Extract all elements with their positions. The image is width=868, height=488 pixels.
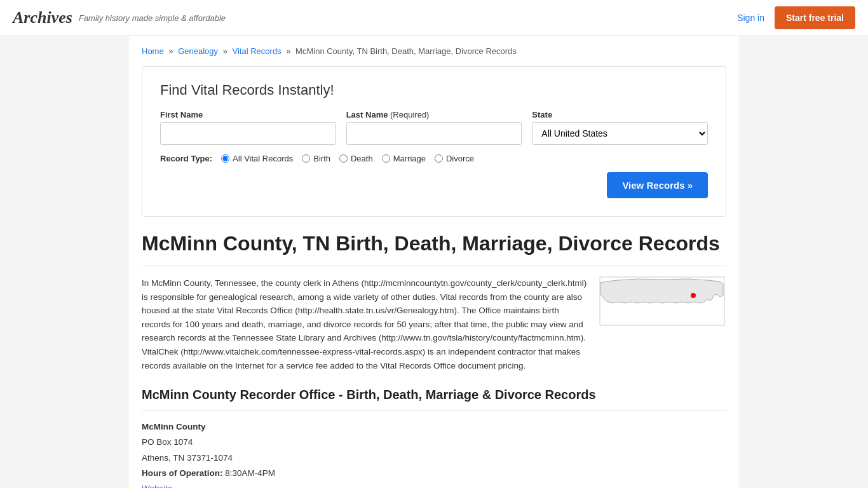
radio-divorce[interactable]: Divorce	[435, 154, 474, 163]
state-select[interactable]: All United States Alabama Alaska Tenness…	[532, 122, 708, 145]
main-content: Home » Genealogy » Vital Records » McMin…	[129, 36, 739, 488]
radio-group: All Vital Records Birth Death Marriage D…	[221, 154, 474, 163]
tennessee-map	[599, 276, 726, 372]
last-name-group: Last Name (Required)	[346, 110, 522, 145]
radio-birth[interactable]: Birth	[302, 154, 330, 163]
search-box: Find Vital Records Instantly! First Name…	[142, 66, 726, 217]
state-group: State All United States Alabama Alaska T…	[532, 110, 708, 145]
body-paragraph: In McMinn County, Tennessee, the county …	[142, 276, 589, 372]
hours-row: Hours of Operation: 8:30AM-4PM	[142, 466, 726, 481]
radio-divorce-input[interactable]	[435, 154, 443, 163]
page-heading: McMinn County, TN Birth, Death, Marriage…	[142, 232, 726, 266]
first-name-group: First Name	[160, 110, 336, 145]
radio-all-vital-input[interactable]	[221, 154, 229, 163]
radio-birth-input[interactable]	[302, 154, 310, 163]
breadcrumb: Home » Genealogy » Vital Records » McMin…	[142, 46, 726, 56]
hours-label: Hours of Operation:	[142, 468, 223, 478]
county-marker	[691, 293, 696, 298]
logo: Archives	[13, 8, 72, 27]
radio-marriage-label: Marriage	[393, 154, 426, 163]
header-right: Sign in Start free trial	[737, 6, 855, 29]
breadcrumb-home[interactable]: Home	[142, 46, 164, 56]
website-row: Website	[142, 481, 726, 488]
last-name-label: Last Name (Required)	[346, 110, 522, 119]
city-state-zip: Athens, TN 37371-1074	[142, 451, 726, 466]
address-block: McMinn County PO Box 1074 Athens, TN 373…	[142, 419, 726, 488]
record-type-label: Record Type:	[160, 154, 212, 163]
signin-link[interactable]: Sign in	[737, 13, 764, 23]
section-heading: McMinn County Recorder Office - Birth, D…	[142, 388, 726, 410]
radio-marriage-input[interactable]	[382, 154, 390, 163]
header: Archives Family history made simple & af…	[0, 0, 868, 36]
search-fields: First Name Last Name (Required) State Al…	[160, 110, 708, 145]
radio-birth-label: Birth	[313, 154, 330, 163]
view-records-button[interactable]: View Records »	[607, 172, 708, 198]
header-left: Archives Family history made simple & af…	[13, 8, 226, 27]
breadcrumb-genealogy[interactable]: Genealogy	[178, 46, 218, 56]
first-name-label: First Name	[160, 110, 336, 119]
logo-text: Archives	[13, 8, 72, 27]
breadcrumb-vital-records[interactable]: Vital Records	[233, 46, 281, 56]
state-label: State	[532, 110, 708, 119]
start-trial-button[interactable]: Start free trial	[775, 6, 855, 29]
hours-value: 8:30AM-4PM	[225, 468, 275, 478]
last-name-input[interactable]	[346, 122, 522, 145]
radio-divorce-label: Divorce	[446, 154, 474, 163]
tagline: Family history made simple & affordable	[79, 13, 226, 23]
county-name: McMinn County	[142, 419, 726, 435]
first-name-input[interactable]	[160, 122, 336, 145]
radio-death-label: Death	[351, 154, 373, 163]
search-title: Find Vital Records Instantly!	[160, 82, 708, 98]
breadcrumb-sep-3: »	[286, 46, 290, 56]
breadcrumb-sep-2: »	[223, 46, 227, 56]
po-box: PO Box 1074	[142, 435, 726, 450]
radio-marriage[interactable]: Marriage	[382, 154, 426, 163]
view-btn-row: View Records »	[160, 172, 708, 198]
breadcrumb-current: McMinn County, TN Birth, Death, Marriage…	[295, 46, 517, 56]
radio-all-vital[interactable]: All Vital Records	[221, 154, 293, 163]
breadcrumb-sep-1: »	[168, 46, 173, 56]
radio-death[interactable]: Death	[339, 154, 373, 163]
radio-death-input[interactable]	[339, 154, 348, 163]
tn-map-svg	[599, 276, 726, 327]
website-link[interactable]: Website	[142, 484, 173, 488]
last-name-required: (Required)	[388, 110, 429, 119]
radio-all-vital-label: All Vital Records	[233, 154, 293, 163]
last-name-label-text: Last Name	[346, 110, 388, 119]
record-type-row: Record Type: All Vital Records Birth Dea…	[160, 154, 708, 163]
body-text-section: In McMinn County, Tennessee, the county …	[142, 276, 726, 372]
